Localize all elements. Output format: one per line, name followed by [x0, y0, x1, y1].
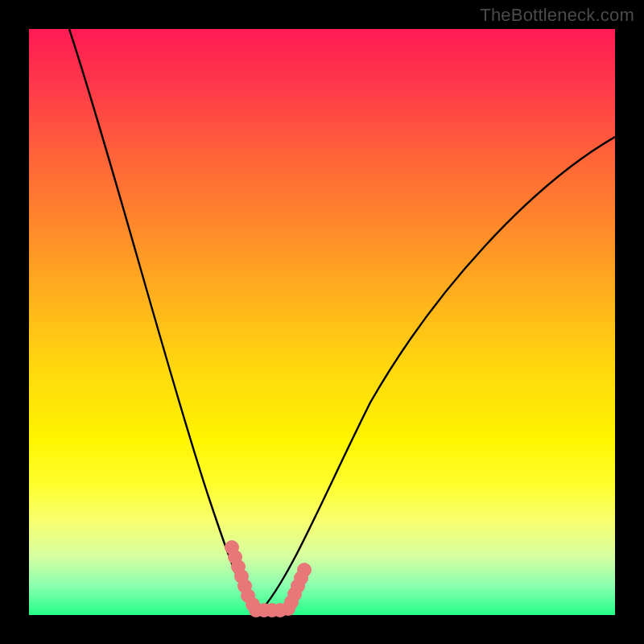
watermark-text: TheBottleneck.com	[480, 5, 634, 26]
chart-frame: TheBottleneck.com	[0, 0, 644, 644]
plot-area	[29, 29, 615, 615]
